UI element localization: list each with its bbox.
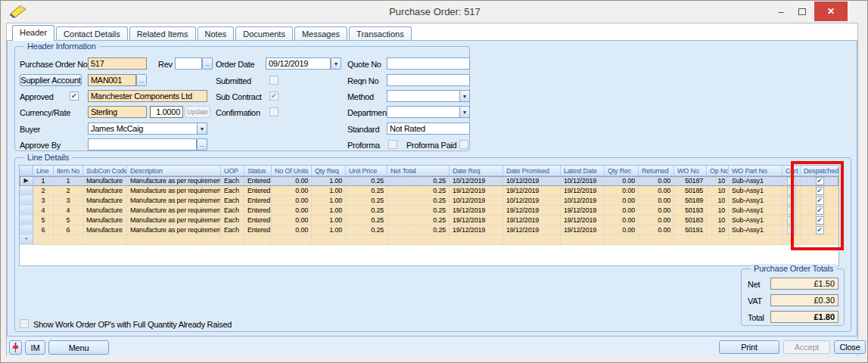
method-field[interactable]: [387, 90, 470, 102]
approve-by-browse-button[interactable]: ...: [197, 138, 207, 150]
column-header-status[interactable]: Status: [244, 166, 272, 175]
confirmation-label: Confirmation: [216, 108, 260, 117]
row-selector[interactable]: [20, 186, 33, 196]
tab-header[interactable]: Header: [12, 25, 54, 41]
tab-documents[interactable]: Documents: [235, 26, 293, 41]
table-row[interactable]: 44ManufactureManufacture as per requirem…: [20, 206, 838, 216]
header-tab-page: Header Information Purchase Order No 517…: [7, 40, 857, 337]
order-date-field[interactable]: 09/12/2019: [266, 57, 331, 70]
column-header-qty-req[interactable]: Qty Req: [312, 166, 346, 175]
close-button[interactable]: Close: [834, 340, 866, 354]
order-date-dropdown-button[interactable]: ▾: [331, 57, 341, 70]
pin-button[interactable]: [9, 340, 22, 355]
table-row[interactable]: 55ManufactureManufacture as per requirem…: [20, 216, 838, 225]
approve-by-field[interactable]: [88, 138, 197, 150]
rev-field[interactable]: [175, 57, 202, 70]
tab-notes[interactable]: Notes: [198, 26, 235, 41]
column-header-subcon-code[interactable]: SubCon Code: [83, 166, 127, 175]
column-header-description[interactable]: Description: [127, 166, 221, 175]
table-row[interactable]: 22ManufactureManufacture as per requirem…: [20, 186, 838, 196]
supplier-browse-button[interactable]: ...: [136, 74, 147, 86]
quote-no-field[interactable]: [387, 57, 470, 70]
column-header-uop[interactable]: UOP: [221, 166, 244, 175]
submitted-checkbox[interactable]: [269, 76, 278, 85]
table-row[interactable]: ▶11ManufactureManufacture as per require…: [20, 176, 838, 186]
table-row[interactable]: 66ManufactureManufacture as per requirem…: [20, 225, 838, 235]
window-title: Purchase Order: 517: [2, 6, 868, 17]
row-selector[interactable]: ▶: [20, 176, 33, 186]
rev-browse-button[interactable]: ...: [202, 57, 213, 70]
reqn-no-field[interactable]: [387, 74, 470, 86]
cell-date-promised: 10/12/2019: [503, 196, 561, 206]
maximize-button[interactable]: [792, 2, 813, 21]
row-selector[interactable]: [20, 216, 33, 225]
supplier-account-button[interactable]: Supplier Account: [20, 74, 82, 86]
title-bar: Purchase Order: 517 – ✕: [2, 2, 868, 23]
approved-checkbox[interactable]: ✔: [70, 92, 79, 101]
minimize-button[interactable]: –: [770, 2, 792, 21]
total-label: Total: [748, 313, 764, 322]
column-header-item-no[interactable]: Item No: [54, 166, 83, 175]
update-button[interactable]: Update: [185, 106, 210, 118]
tab-contact-details[interactable]: Contact Details: [56, 26, 128, 41]
im-button[interactable]: IM: [25, 340, 45, 355]
cell-description: Manufacture as per requirements: [127, 176, 221, 186]
cell-date-req: 10/12/2019: [450, 176, 503, 186]
accept-button[interactable]: Accept: [783, 340, 830, 354]
rev-label: Rev: [158, 60, 173, 69]
column-header-line[interactable]: Line: [33, 166, 54, 175]
close-window-button[interactable]: ✕: [814, 2, 848, 21]
tab-related-items[interactable]: Related Items: [129, 26, 196, 41]
net-total-field: £1.50: [770, 278, 838, 290]
empty-cell: [605, 235, 639, 245]
print-button[interactable]: Print: [719, 340, 779, 354]
standard-field[interactable]: Not Rated: [387, 123, 470, 135]
cell-status: Entered: [244, 225, 272, 235]
show-wo-checkbox[interactable]: [20, 319, 29, 328]
column-header-date-promised[interactable]: Date Promised: [503, 166, 561, 175]
cell-line: 6: [33, 225, 54, 235]
column-header-wo-part-no[interactable]: WO Part No: [729, 166, 782, 175]
row-selector[interactable]: [20, 206, 33, 216]
confirmation-checkbox[interactable]: [269, 107, 278, 116]
cell-status: Entered: [244, 186, 272, 196]
column-header-op-no[interactable]: Op No: [707, 166, 729, 175]
supplier-name-field[interactable]: Manchester Components Ltd: [88, 90, 207, 102]
tab-transactions[interactable]: Transactions: [349, 26, 412, 41]
empty-cell: [83, 235, 127, 245]
tab-messages[interactable]: Messages: [294, 26, 347, 41]
new-row[interactable]: *: [20, 235, 838, 245]
column-header-returned[interactable]: Returned: [639, 166, 674, 175]
row-selector[interactable]: [20, 225, 33, 235]
proforma-checkbox[interactable]: [388, 140, 397, 149]
column-header-net-total[interactable]: Net Total: [387, 166, 450, 175]
cell-net-total: 0.25: [387, 196, 450, 206]
row-selector[interactable]: [20, 196, 33, 206]
cell-wo-no: 50189: [674, 196, 707, 206]
purchase-order-window: Purchase Order: 517 – ✕ HeaderContact De…: [0, 0, 868, 363]
supplier-account-field[interactable]: MAN001: [88, 74, 136, 86]
department-dropdown-button[interactable]: ▾: [459, 106, 470, 118]
column-header-qty-rec[interactable]: Qty Rec: [605, 166, 639, 175]
buyer-field[interactable]: James McCaig: [88, 123, 207, 135]
column-header-latest-date[interactable]: Latest Date: [561, 166, 605, 175]
empty-cell: [33, 235, 54, 245]
department-field[interactable]: [387, 106, 470, 118]
bottom-button-bar: IM Menu Print Accept Close: [7, 337, 857, 357]
table-row[interactable]: 33ManufactureManufacture as per requirem…: [20, 196, 838, 206]
cell-returned: 0.00: [639, 225, 674, 235]
currency-field[interactable]: Sterling: [88, 106, 147, 118]
buyer-dropdown-button[interactable]: ▾: [197, 123, 207, 135]
method-dropdown-button[interactable]: ▾: [459, 90, 470, 102]
rate-field[interactable]: 1.0000: [150, 106, 183, 118]
purchase-order-no-field[interactable]: 517: [88, 57, 147, 70]
column-header-date-req[interactable]: Date Req: [450, 166, 503, 175]
empty-cell: [707, 235, 729, 245]
proforma-paid-checkbox[interactable]: [459, 140, 468, 149]
new-row-selector[interactable]: *: [20, 235, 33, 245]
sub-contract-checkbox[interactable]: ✔: [269, 92, 278, 101]
column-header-unit-price[interactable]: Unit Price: [346, 166, 387, 175]
column-header-wo-no[interactable]: WO No: [674, 166, 707, 175]
menu-button[interactable]: Menu: [48, 340, 109, 355]
column-header-no-of-units[interactable]: No Of Units: [272, 166, 312, 175]
